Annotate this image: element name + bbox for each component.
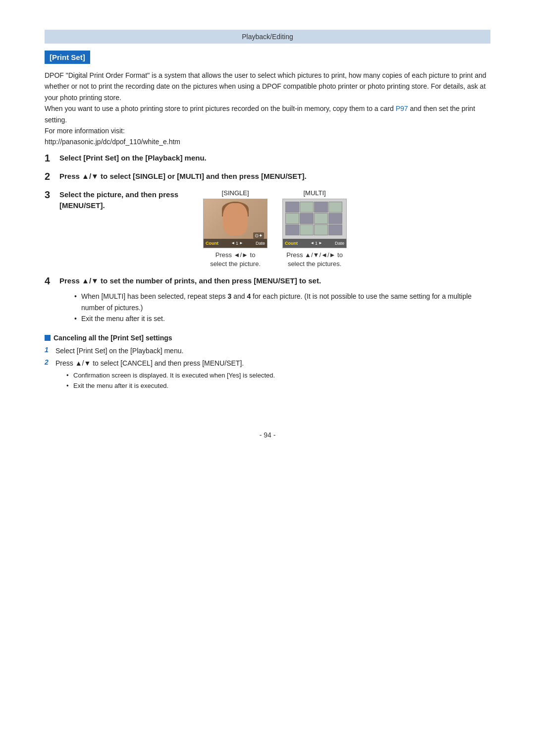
canceling-heading: Canceling all the [Print Set] settings [45,334,490,342]
cancel-step-2: 2 Press ▲/▼ to select [CANCEL] and then … [45,358,490,369]
cancel-step-1-text: Select [Print Set] on the [Playback] men… [55,346,183,356]
grid-cell [314,202,328,213]
multi-grid [285,202,342,235]
grid-cell [285,213,299,224]
grid-cell [314,213,328,224]
date-label: Date [256,241,265,246]
number-display: ◄ 1 ► [231,241,243,246]
bullet-note-2: Exit the menu after it is set. [74,313,490,324]
single-press-text: Press ◄/► toselect the picture. [210,251,261,269]
step-1-text: Select [Print Set] on the [Playback] men… [59,153,207,164]
cancel-bullet-1: Confirmation screen is displayed. It is … [66,371,490,381]
count-label: Count [206,241,218,246]
step-4: 4 Press ▲/▼ to set the number of prints,… [45,275,490,287]
multi-camera-screen: Count ◄ 1 ► Date [282,199,347,248]
grid-cell [328,224,342,235]
cancel-bullet-2: Exit the menu after it is executed. [66,381,490,391]
grid-cell [285,202,299,213]
multi-label: [MULTI] [303,189,325,197]
grid-cell [285,224,299,235]
single-camera-screen: ⊙✦ Count ◄ 1 ► Date [203,199,268,248]
bullet-note-1: When [MULTI] has been selected, repeat s… [74,291,490,313]
category-text: Playback/Editing [242,33,293,41]
step-3-number: 3 [45,189,59,201]
grid-cell [314,224,328,235]
cancel-step-1: 1 Select [Print Set] on the [Playback] m… [45,346,490,356]
intro-para2: When you want to use a photo printing st… [45,103,490,125]
step-2: 2 Press ▲/▼ to select [SINGLE] or [MULTI… [45,171,490,182]
page-number: - 94 - [45,431,490,439]
step-1-number: 1 [45,153,59,164]
grid-cell [300,202,314,213]
step-3-left: 3 Select the picture, and then press[MEN… [45,189,193,212]
portrait-face [223,203,248,235]
step-3: 3 Select the picture, and then press[MEN… [45,189,490,269]
multi-panel: [MULTI] [282,189,347,269]
p97-link[interactable]: P97 [396,105,408,112]
step-2-number: 2 [45,171,59,182]
right-arrow-icon: ► [239,241,243,245]
cancel-step-2-text: Press ▲/▼ to select [CANCEL] and then pr… [55,358,244,369]
cancel-step-1-number: 1 [45,346,55,354]
cancel-step-2-number: 2 [45,358,55,366]
canceling-section: Canceling all the [Print Set] settings 1… [45,334,490,391]
canceling-heading-text: Canceling all the [Print Set] settings [54,334,172,342]
multi-date-label: Date [335,241,344,246]
intro-block: DPOF "Digital Print Order Format" is a s… [45,70,490,148]
grid-cell [300,213,314,224]
step-1: 1 Select [Print Set] on the [Playback] m… [45,153,490,164]
blue-square-icon [45,335,51,341]
grid-cell [300,224,314,235]
intro-para4: http://panasonic.jp/dc/dpof_110/white_e.… [45,136,490,147]
multi-number-display: ◄ 1 ► [310,241,322,246]
intro-para1: DPOF "Digital Print Order Format" is a s… [45,70,490,103]
grid-cell [328,202,342,213]
intro-para3: For more information visit: [45,125,490,136]
multi-camera-bottom-bar: Count ◄ 1 ► Date [283,239,346,248]
step-3-images: [SINGLE] ⊙✦ Count ◄ 1 ► [203,189,347,269]
step-4-number: 4 [45,275,59,287]
grid-cell [328,213,342,224]
multi-press-text: Press ▲/▼/◄/► toselect the pictures. [286,251,343,269]
camera-bottom-bar: Count ◄ 1 ► Date [204,239,267,248]
category-bar: Playback/Editing [45,30,490,44]
step-4-notes: When [MULTI] has been selected, repeat s… [74,291,490,324]
single-label: [SINGLE] [222,189,249,197]
left-arrow-icon: ◄ [231,241,235,245]
multi-left-arrow-icon: ◄ [310,241,314,245]
camera-icon-overlay: ⊙✦ [253,232,264,239]
cancel-bullets: Confirmation screen is displayed. It is … [66,371,490,391]
multi-count-label: Count [285,241,298,246]
step-4-text: Press ▲/▼ to set the number of prints, a… [59,275,321,287]
section-heading: [Print Set] [45,51,90,64]
step-2-text: Press ▲/▼ to select [SINGLE] or [MULTI] … [59,171,307,182]
step-3-text: Select the picture, and then press[MENU/… [59,189,178,212]
multi-right-arrow-icon: ► [319,241,322,245]
single-panel: [SINGLE] ⊙✦ Count ◄ 1 ► [203,189,268,269]
